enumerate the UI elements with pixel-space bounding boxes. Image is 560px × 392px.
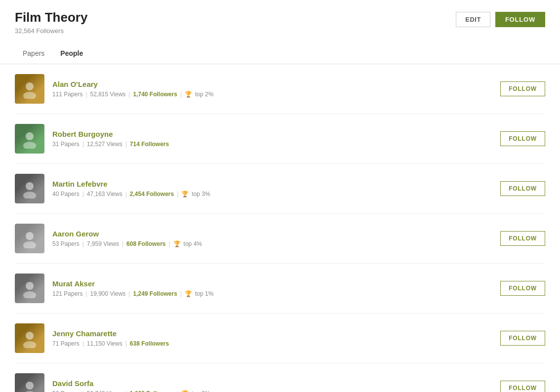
follow-person-button[interactable]: FOLLOW bbox=[500, 331, 545, 346]
person-row: Martin Lefebvre 40 Papers | 47,163 Views… bbox=[15, 164, 545, 214]
top-rank: top 1% bbox=[195, 290, 213, 297]
person-left: Alan O'Leary 111 Papers | 52,815 Views |… bbox=[15, 74, 213, 104]
top-rank: top 3% bbox=[192, 191, 210, 197]
person-row: Jenny Chamarette 71 Papers | 11,150 View… bbox=[15, 314, 545, 363]
avatar[interactable] bbox=[15, 224, 44, 253]
person-name[interactable]: Aaron Gerow bbox=[52, 230, 202, 238]
person-info: Jenny Chamarette 71 Papers | 11,150 View… bbox=[52, 329, 169, 347]
svg-point-11 bbox=[23, 341, 36, 348]
papers-count: 40 Papers bbox=[52, 191, 80, 197]
papers-count: 31 Papers bbox=[52, 141, 80, 148]
views-count: 7,959 Views bbox=[87, 240, 119, 247]
edit-button[interactable]: EDIT bbox=[456, 12, 490, 27]
views-count: 12,527 Views bbox=[87, 141, 122, 148]
followers-count: 32,564 Followers bbox=[15, 27, 87, 35]
person-left: Robert Burgoyne 31 Papers | 12,527 Views… bbox=[15, 124, 169, 154]
follow-person-button[interactable]: FOLLOW bbox=[500, 81, 545, 96]
person-row: Aaron Gerow 53 Papers | 7,959 Views | 60… bbox=[15, 214, 545, 264]
person-stats: 31 Papers | 12,527 Views | 714 Followers bbox=[52, 141, 169, 148]
svg-point-0 bbox=[26, 82, 34, 90]
svg-point-4 bbox=[26, 182, 34, 190]
followers-count: 1,740 Followers bbox=[133, 91, 177, 98]
followers-count: 1,662 Followers bbox=[130, 390, 174, 392]
svg-point-7 bbox=[23, 241, 36, 248]
follow-topic-button[interactable]: FOLLOW bbox=[495, 12, 545, 27]
follow-person-button[interactable]: FOLLOW bbox=[500, 131, 545, 146]
followers-count: 608 Followers bbox=[126, 240, 165, 247]
avatar[interactable] bbox=[15, 174, 44, 203]
svg-point-10 bbox=[26, 332, 34, 340]
follow-person-button[interactable]: FOLLOW bbox=[500, 381, 545, 392]
person-name[interactable]: Alan O'Leary bbox=[52, 80, 213, 88]
person-row: Murat Akser 121 Papers | 19,900 Views | … bbox=[15, 264, 545, 314]
person-left: Jenny Chamarette 71 Papers | 11,150 View… bbox=[15, 323, 169, 353]
person-row: Alan O'Leary 111 Papers | 52,815 Views |… bbox=[15, 64, 545, 114]
people-list: Alan O'Leary 111 Papers | 52,815 Views |… bbox=[0, 64, 560, 392]
avatar[interactable] bbox=[15, 323, 44, 353]
top-rank: top 2% bbox=[195, 91, 213, 98]
person-stats: 56 Papers | 59,748 Views | 1,662 Followe… bbox=[52, 390, 210, 392]
papers-count: 111 Papers bbox=[52, 91, 82, 98]
person-name[interactable]: Martin Lefebvre bbox=[52, 180, 210, 188]
person-info: Robert Burgoyne 31 Papers | 12,527 Views… bbox=[52, 130, 169, 148]
trophy-icon: 🏆 bbox=[185, 290, 192, 297]
person-name[interactable]: Robert Burgoyne bbox=[52, 130, 169, 138]
follow-person-button[interactable]: FOLLOW bbox=[500, 281, 545, 296]
avatar[interactable] bbox=[15, 124, 44, 154]
person-row: David Sorfa 56 Papers | 59,748 Views | 1… bbox=[15, 363, 545, 392]
avatar[interactable] bbox=[15, 74, 44, 104]
tab-people[interactable]: People bbox=[52, 44, 91, 64]
header-top: Film Theory 32,564 Followers EDIT FOLLOW bbox=[15, 10, 545, 39]
avatar-image bbox=[15, 373, 44, 392]
papers-count: 121 Papers bbox=[52, 290, 82, 297]
papers-count: 71 Papers bbox=[52, 340, 80, 347]
tabs: Papers People bbox=[15, 44, 545, 64]
avatar-image bbox=[15, 174, 44, 203]
followers-count: 714 Followers bbox=[130, 141, 169, 148]
follow-person-button[interactable]: FOLLOW bbox=[500, 231, 545, 246]
page-title: Film Theory bbox=[15, 10, 87, 25]
svg-point-9 bbox=[23, 291, 36, 298]
person-name[interactable]: Murat Akser bbox=[52, 279, 213, 288]
svg-point-12 bbox=[26, 382, 34, 390]
views-count: 19,900 Views bbox=[90, 290, 126, 297]
person-info: Alan O'Leary 111 Papers | 52,815 Views |… bbox=[52, 80, 213, 98]
person-stats: 40 Papers | 47,163 Views | 2,454 Followe… bbox=[52, 191, 210, 197]
svg-point-6 bbox=[26, 232, 34, 240]
person-name[interactable]: Jenny Chamarette bbox=[52, 329, 169, 338]
papers-count: 53 Papers bbox=[52, 240, 80, 247]
header-buttons: EDIT FOLLOW bbox=[456, 12, 545, 27]
person-info: David Sorfa 56 Papers | 59,748 Views | 1… bbox=[52, 379, 210, 392]
person-name[interactable]: David Sorfa bbox=[52, 379, 210, 388]
person-left: Murat Akser 121 Papers | 19,900 Views | … bbox=[15, 274, 213, 303]
svg-point-3 bbox=[23, 142, 36, 149]
person-stats: 71 Papers | 11,150 Views | 638 Followers bbox=[52, 340, 169, 347]
views-count: 59,748 Views bbox=[87, 390, 122, 392]
top-rank: top 2% bbox=[192, 390, 210, 392]
trophy-icon: 🏆 bbox=[173, 240, 181, 247]
followers-count: 1,249 Followers bbox=[133, 290, 177, 297]
person-stats: 111 Papers | 52,815 Views | 1,740 Follow… bbox=[52, 91, 213, 98]
person-info: Aaron Gerow 53 Papers | 7,959 Views | 60… bbox=[52, 230, 202, 247]
views-count: 47,163 Views bbox=[87, 191, 122, 197]
person-info: Murat Akser 121 Papers | 19,900 Views | … bbox=[52, 279, 213, 297]
avatar-image bbox=[15, 74, 44, 104]
avatar[interactable] bbox=[15, 274, 44, 303]
person-left: Martin Lefebvre 40 Papers | 47,163 Views… bbox=[15, 174, 210, 203]
avatar-image bbox=[15, 124, 44, 154]
tab-papers[interactable]: Papers bbox=[15, 44, 52, 64]
follow-person-button[interactable]: FOLLOW bbox=[500, 181, 545, 196]
avatar-image bbox=[15, 323, 44, 353]
avatar-image bbox=[15, 274, 44, 303]
avatar[interactable] bbox=[15, 373, 44, 392]
trophy-icon: 🏆 bbox=[185, 91, 192, 98]
views-count: 52,815 Views bbox=[90, 91, 126, 98]
trophy-icon: 🏆 bbox=[181, 390, 189, 392]
followers-count: 638 Followers bbox=[130, 340, 169, 347]
views-count: 11,150 Views bbox=[87, 340, 122, 347]
person-stats: 121 Papers | 19,900 Views | 1,249 Follow… bbox=[52, 290, 213, 297]
person-row: Robert Burgoyne 31 Papers | 12,527 Views… bbox=[15, 114, 545, 164]
person-left: David Sorfa 56 Papers | 59,748 Views | 1… bbox=[15, 373, 210, 392]
svg-point-1 bbox=[23, 92, 36, 99]
svg-point-8 bbox=[26, 282, 34, 290]
